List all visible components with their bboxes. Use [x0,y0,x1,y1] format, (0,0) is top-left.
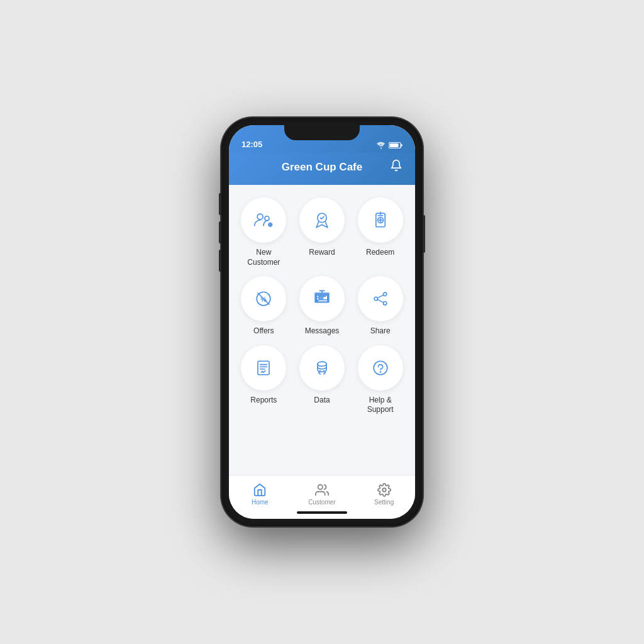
menu-item-offers[interactable]: % Offers [239,276,289,336]
reward-icon-circle [299,197,345,243]
share-icon [369,287,392,310]
reports-icon [252,357,275,379]
home-icon [253,483,267,497]
menu-item-messages[interactable]: Messages [297,276,347,336]
notch [284,125,360,140]
offers-label: Offers [253,326,274,336]
help-support-icon [369,357,392,379]
wifi-icon [377,142,386,149]
messages-icon [311,287,333,310]
data-icon [311,357,333,379]
data-label: Data [314,396,330,406]
svg-point-15 [318,362,326,366]
nav-item-setting[interactable]: Setting [365,483,403,506]
offers-icon: % [252,287,275,310]
battery-icon [389,142,402,149]
phone-screen: 12:05 Green Cup Cafe [229,125,415,519]
svg-point-11 [383,292,386,296]
reports-label: Reports [250,396,277,406]
share-label: Share [370,326,391,336]
svg-point-17 [380,372,380,372]
header-title: Green Cup Cafe [259,161,385,174]
help-support-icon-circle [358,345,403,391]
customer-icon [315,483,329,497]
nav-item-home[interactable]: Home [241,483,279,506]
help-support-label: Help & Support [355,396,405,415]
new-customer-icon [252,209,275,231]
svg-point-3 [257,214,263,219]
reports-icon-circle [241,345,286,391]
nav-item-customer[interactable]: Customer [303,483,341,506]
svg-point-19 [382,488,386,492]
redeem-label: Redeem [366,248,394,258]
status-icons [377,142,402,149]
menu-item-reward[interactable]: Reward [297,197,347,267]
menu-item-redeem[interactable]: Redeem [355,197,405,267]
menu-item-reports[interactable]: Reports [239,345,289,415]
messages-label: Messages [305,326,340,336]
offers-icon-circle: % [241,276,286,321]
messages-icon-circle [299,276,345,321]
menu-item-new-customer[interactable]: New Customer [239,197,289,267]
svg-rect-1 [401,144,402,147]
nav-home-label: Home [252,499,269,506]
menu-grid: New Customer Reward [239,197,405,415]
menu-item-help-support[interactable]: Help & Support [355,345,405,415]
redeem-icon [369,209,392,231]
nav-setting-label: Setting [374,499,394,506]
new-customer-label: New Customer [239,248,289,267]
main-content: New Customer Reward [229,185,415,475]
app-header: Green Cup Cafe [229,153,415,185]
share-icon-circle [358,276,403,321]
reward-icon [311,209,333,231]
svg-rect-2 [390,143,399,147]
phone-device: 12:05 Green Cup Cafe [221,118,423,526]
menu-item-data[interactable]: Data [297,345,347,415]
svg-point-18 [318,484,323,489]
notification-bell-icon[interactable] [385,159,402,175]
reward-label: Reward [309,248,335,258]
svg-point-12 [374,297,377,300]
svg-point-13 [383,302,386,305]
data-icon-circle [299,345,345,391]
redeem-icon-circle [358,197,403,243]
new-customer-icon-circle [241,197,286,243]
nav-customer-label: Customer [308,499,335,506]
menu-item-share[interactable]: Share [355,276,405,336]
home-indicator [297,511,347,514]
setting-icon [377,483,391,497]
status-time: 12:05 [242,140,262,149]
